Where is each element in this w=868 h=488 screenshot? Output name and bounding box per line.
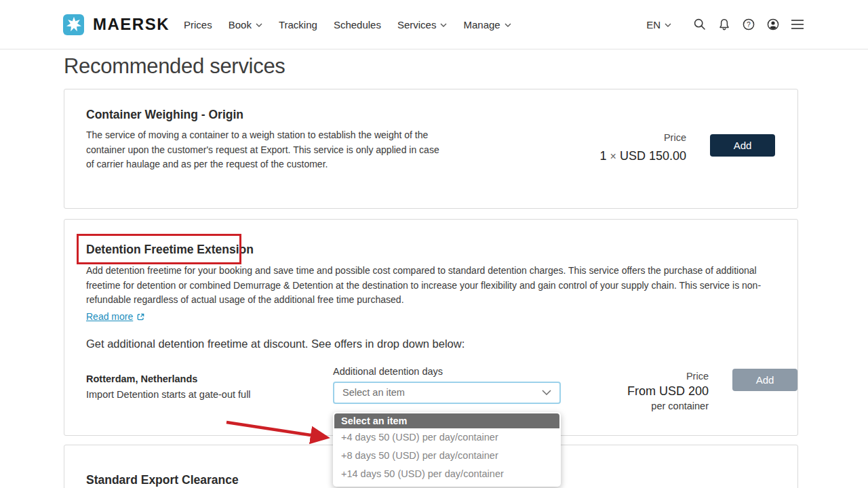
location-column: Rotterdam, Netherlands Import Detention … bbox=[86, 366, 333, 400]
external-link-icon bbox=[136, 312, 145, 321]
card-description: Add detention freetime for your booking … bbox=[86, 264, 797, 308]
chevron-down-icon bbox=[505, 23, 511, 27]
service-card-detention-freetime: Detention Freetime Extension Add detenti… bbox=[64, 219, 798, 436]
dropdown-label: Additional detention days bbox=[333, 366, 561, 377]
location-name: Rotterdam, Netherlands bbox=[86, 373, 333, 384]
top-nav: MAERSK Prices Book Tracking Schedules Se… bbox=[0, 0, 868, 49]
account-icon[interactable] bbox=[766, 18, 780, 31]
nav-item-book[interactable]: Book bbox=[229, 19, 262, 30]
price-amount: From USD 200 bbox=[561, 384, 709, 399]
price-amount: 1×USD 150.00 bbox=[600, 149, 686, 163]
location-note: Import Detention starts at gate-out full bbox=[86, 389, 333, 400]
maersk-star-icon bbox=[65, 16, 83, 33]
main-nav: Prices Book Tracking Schedules Services bbox=[184, 19, 528, 30]
nav-item-manage[interactable]: Manage bbox=[463, 19, 511, 30]
nav-right: EN ? bbox=[646, 18, 804, 31]
add-button[interactable]: Add bbox=[732, 369, 797, 391]
dropdown-column: Additional detention days Select an item… bbox=[333, 366, 561, 404]
price-unit: per container bbox=[561, 401, 709, 411]
card-title: Container Weighing - Origin bbox=[86, 108, 797, 122]
dropdown-option[interactable]: +14 days 50 (USD) per day/container bbox=[333, 465, 561, 483]
nav-item-tracking[interactable]: Tracking bbox=[279, 19, 317, 30]
price-block: Price 1×USD 150.00 bbox=[600, 132, 686, 163]
action-column: Add bbox=[732, 369, 797, 391]
nav-item-prices[interactable]: Prices bbox=[184, 19, 212, 30]
chevron-down-icon bbox=[440, 23, 447, 27]
page-title: Recommended services bbox=[64, 54, 285, 79]
menu-icon[interactable] bbox=[791, 18, 804, 31]
dropdown-option[interactable]: +8 days 50 (USD) per day/container bbox=[333, 447, 561, 465]
dropdown-option-selected[interactable]: Select an item bbox=[334, 413, 559, 428]
dropdown-menu: Select an item +4 days 50 (USD) per day/… bbox=[333, 412, 561, 487]
additional-detention-days-select[interactable]: Select an item bbox=[333, 382, 561, 404]
read-more-row: Read more bbox=[86, 311, 797, 322]
dropdown-option[interactable]: +4 days 50 (USD) per day/container bbox=[333, 428, 561, 447]
maersk-wordmark: MAERSK bbox=[93, 15, 170, 34]
nav-item-services[interactable]: Services bbox=[397, 19, 448, 30]
nav-item-schedules[interactable]: Schedules bbox=[334, 19, 381, 30]
help-icon[interactable]: ? bbox=[742, 18, 755, 31]
chevron-down-icon bbox=[665, 23, 671, 27]
chevron-down-icon bbox=[256, 23, 262, 27]
maersk-logo[interactable] bbox=[63, 14, 84, 35]
read-more-link[interactable]: Read more bbox=[86, 311, 133, 322]
offer-row: Rotterdam, Netherlands Import Detention … bbox=[86, 366, 797, 411]
price-block: Price From USD 200 per container bbox=[561, 371, 732, 411]
bell-icon[interactable] bbox=[717, 18, 731, 31]
offer-line: Get additional detention freetime at dis… bbox=[86, 338, 797, 350]
chevron-down-icon bbox=[542, 390, 551, 395]
annotation-highlight-box bbox=[77, 234, 241, 264]
search-icon[interactable] bbox=[693, 18, 707, 31]
nav-left: MAERSK Prices Book Tracking Schedules Se… bbox=[63, 14, 528, 35]
page: MAERSK Prices Book Tracking Schedules Se… bbox=[0, 0, 868, 488]
price-label: Price bbox=[600, 132, 686, 143]
price-and-action: Price 1×USD 150.00 Add bbox=[600, 132, 775, 163]
price-label: Price bbox=[561, 371, 709, 382]
add-button[interactable]: Add bbox=[710, 134, 775, 157]
language-selector[interactable]: EN bbox=[646, 19, 671, 30]
select-value: Select an item bbox=[342, 387, 405, 398]
service-card-container-weighing: Container Weighing - Origin The service … bbox=[64, 89, 798, 209]
svg-text:?: ? bbox=[747, 20, 751, 28]
